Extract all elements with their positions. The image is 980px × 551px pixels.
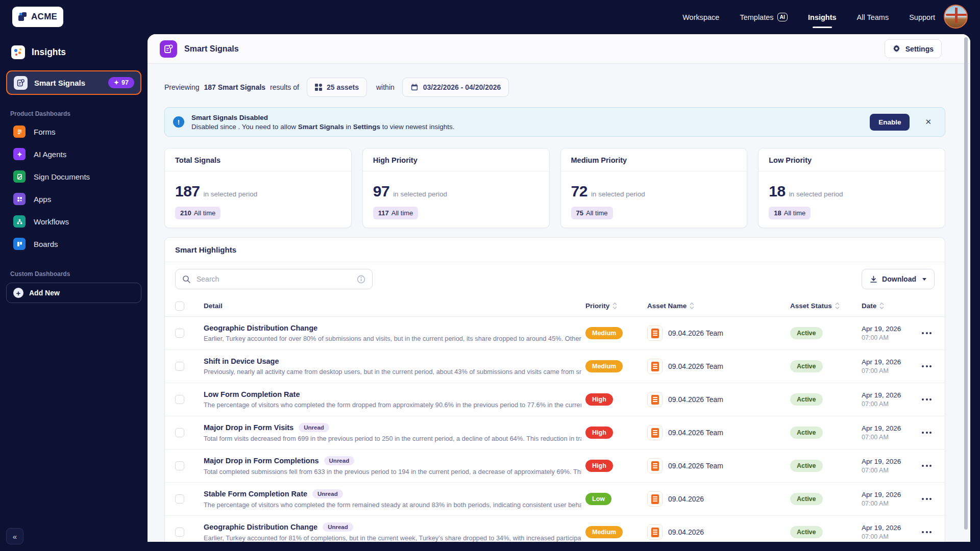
row-checkbox[interactable] bbox=[175, 362, 184, 371]
enable-button[interactable]: Enable bbox=[870, 114, 910, 131]
sidebar-item-apps[interactable]: Apps bbox=[0, 188, 148, 210]
assets-filter-button[interactable]: 25 assets bbox=[307, 78, 367, 97]
stat-value: 18 bbox=[769, 183, 785, 200]
acme-logo-text: ACME bbox=[31, 12, 57, 22]
signal-title[interactable]: Major Drop in Form Visits bbox=[204, 423, 293, 432]
status-badge: Active bbox=[790, 360, 823, 372]
stat-value: 72 bbox=[571, 183, 587, 200]
asset-name: 09.04.2026 bbox=[668, 528, 704, 536]
signal-description: Total completed submissions fell from 63… bbox=[204, 468, 581, 475]
asset-name: 09.04.2026 Team bbox=[668, 462, 723, 470]
asset-name: 09.04.2026 Team bbox=[668, 362, 723, 370]
signal-title[interactable]: Geographic Distribution Change bbox=[204, 324, 317, 332]
row-checkbox[interactable] bbox=[175, 329, 184, 338]
row-menu-button[interactable] bbox=[922, 332, 932, 334]
nav-item-support[interactable]: Support bbox=[909, 13, 935, 21]
priority-badge: Medium bbox=[585, 327, 623, 339]
row-menu-button[interactable] bbox=[922, 398, 932, 400]
alltime-badge: 75All time bbox=[571, 207, 613, 219]
info-circle-icon bbox=[357, 275, 365, 284]
row-menu-button[interactable] bbox=[922, 365, 932, 367]
apps-icon bbox=[13, 193, 26, 205]
date-value: Apr 19, 2026 bbox=[862, 391, 918, 399]
acme-logo[interactable]: ACME bbox=[12, 7, 63, 27]
column-detail[interactable]: Detail bbox=[204, 302, 585, 310]
table-body: Geographic Distribution Change Earlier, … bbox=[165, 317, 945, 542]
preview-prefix: Previewing bbox=[164, 83, 199, 91]
date-range-button[interactable]: 03/22/2026 - 04/20/2026 bbox=[402, 78, 509, 97]
stat-card-medium-priority: Medium Priority 72in selected period 75A… bbox=[560, 148, 748, 228]
signal-title[interactable]: Geographic Distribution Change bbox=[204, 523, 317, 531]
row-menu-button[interactable] bbox=[922, 465, 932, 467]
signal-title[interactable]: Stable Form Completion Rate bbox=[204, 490, 307, 498]
column-asset-name[interactable]: Asset Name bbox=[647, 302, 790, 310]
asset-cell: 09.04.2026 Team bbox=[647, 458, 790, 473]
signal-title[interactable]: Low Form Completion Rate bbox=[204, 390, 300, 398]
stat-card-total-signals: Total Signals 187in selected period 210A… bbox=[164, 148, 352, 228]
row-menu-button[interactable] bbox=[922, 432, 932, 434]
search-input[interactable] bbox=[197, 275, 351, 283]
settings-button[interactable]: Settings bbox=[885, 39, 942, 58]
sign-documents-icon bbox=[13, 170, 26, 183]
preview-within: within bbox=[376, 83, 395, 91]
banner-body: Disabled since . You need to allow Smart… bbox=[191, 123, 870, 131]
nav-item-insights[interactable]: Insights bbox=[808, 13, 837, 21]
table-row: Low Form Completion Rate The percentage … bbox=[165, 383, 945, 416]
nav-item-workspace[interactable]: Workspace bbox=[682, 13, 719, 21]
row-checkbox[interactable] bbox=[175, 528, 184, 537]
nav-item-templates[interactable]: Templates AI bbox=[740, 13, 788, 21]
sidebar-item-workflows[interactable]: Workflows bbox=[0, 210, 148, 233]
column-priority[interactable]: Priority bbox=[585, 302, 647, 310]
sidebar-item-boards[interactable]: Boards bbox=[0, 233, 148, 255]
sidebar-collapse-button[interactable]: « bbox=[6, 528, 23, 544]
row-menu-button[interactable] bbox=[922, 531, 932, 533]
row-checkbox[interactable] bbox=[175, 494, 184, 504]
select-all-checkbox[interactable] bbox=[175, 302, 184, 311]
sidebar-item-ai-agents[interactable]: AI Agents bbox=[0, 143, 148, 165]
priority-badge: Medium bbox=[585, 360, 623, 372]
detail-cell: Geographic Distribution Change Earlier, … bbox=[204, 324, 585, 342]
asset-form-icon bbox=[647, 491, 663, 507]
highlights-toolbar: Download bbox=[165, 262, 945, 295]
add-new-button[interactable]: + Add New bbox=[6, 283, 141, 303]
preview-middle: results of bbox=[270, 83, 299, 91]
signal-title[interactable]: Shift in Device Usage bbox=[204, 357, 279, 365]
date-cell: Apr 19, 2026 07:00 AM bbox=[862, 458, 918, 474]
sidebar-item-smart-signals[interactable]: Smart Signals ✦ 97 bbox=[6, 70, 141, 95]
sidebar-item-sign-documents[interactable]: Sign Documents bbox=[0, 165, 148, 188]
user-avatar[interactable] bbox=[944, 5, 968, 29]
signal-title[interactable]: Major Drop in Form Completions bbox=[204, 457, 319, 465]
row-menu-button[interactable] bbox=[922, 498, 932, 500]
sidebar-item-forms[interactable]: Forms bbox=[0, 120, 148, 143]
ai-agents-icon bbox=[13, 148, 26, 160]
search-box[interactable] bbox=[175, 269, 373, 289]
unread-badge: Unread bbox=[312, 489, 343, 498]
column-asset-status[interactable]: Asset Status bbox=[790, 302, 862, 310]
calendar-icon bbox=[410, 83, 419, 91]
stat-card-high-priority: High Priority 97in selected period 117Al… bbox=[362, 148, 550, 228]
insights-icon bbox=[11, 45, 25, 59]
detail-cell: Geographic Distribution Change Unread Ea… bbox=[204, 522, 585, 542]
download-icon bbox=[870, 276, 877, 283]
column-date[interactable]: Date bbox=[862, 302, 918, 310]
row-checkbox[interactable] bbox=[175, 428, 184, 437]
status-badge: Active bbox=[790, 493, 823, 505]
time-value: 07:00 AM bbox=[862, 400, 918, 408]
sidebar: Insights Smart Signals ✦ 97 Product Dash… bbox=[0, 34, 148, 551]
asset-form-icon bbox=[647, 524, 663, 540]
priority-badge: High bbox=[585, 460, 613, 472]
table-row: Geographic Distribution Change Earlier, … bbox=[165, 317, 945, 350]
priority-badge: High bbox=[585, 427, 613, 439]
date-value: Apr 19, 2026 bbox=[862, 424, 918, 432]
date-cell: Apr 19, 2026 07:00 AM bbox=[862, 391, 918, 408]
banner-title: Smart Signals Disabled bbox=[191, 114, 870, 121]
nav-item-all-teams[interactable]: All Teams bbox=[857, 13, 889, 21]
preview-bar: Previewing 187 Smart Signals results of … bbox=[164, 78, 970, 97]
row-checkbox[interactable] bbox=[175, 461, 184, 470]
status-badge: Active bbox=[790, 460, 823, 472]
row-checkbox[interactable] bbox=[175, 395, 184, 404]
vertical-scrollbar[interactable] bbox=[964, 37, 968, 530]
close-icon[interactable]: ✕ bbox=[925, 117, 932, 127]
download-button[interactable]: Download bbox=[862, 269, 935, 289]
time-value: 07:00 AM bbox=[862, 367, 918, 374]
